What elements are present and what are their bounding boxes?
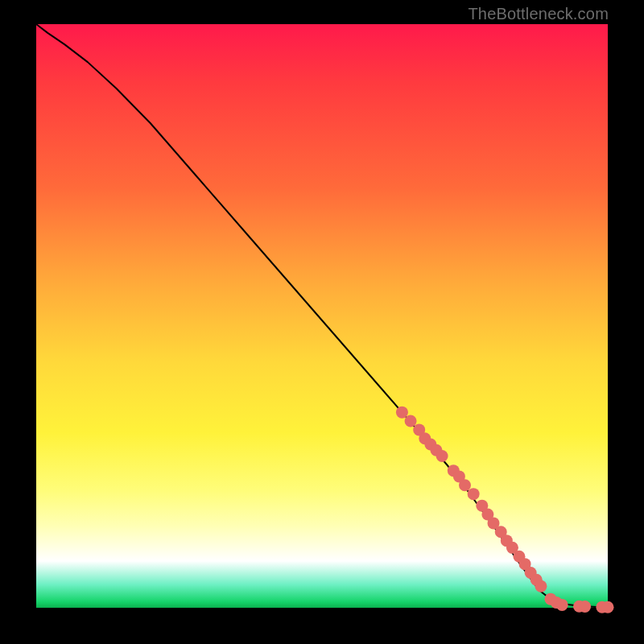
data-point bbox=[396, 407, 408, 419]
data-point bbox=[535, 580, 547, 592]
data-point bbox=[556, 599, 568, 611]
chart-frame: TheBottleneck.com bbox=[0, 0, 644, 644]
data-point bbox=[405, 415, 417, 427]
curve-series bbox=[36, 24, 608, 607]
watermark-text: TheBottleneck.com bbox=[468, 5, 609, 23]
data-point bbox=[436, 450, 448, 462]
data-point bbox=[602, 601, 614, 613]
data-point bbox=[459, 479, 471, 491]
data-point bbox=[579, 601, 591, 613]
marker-series bbox=[396, 407, 614, 613]
chart-overlay bbox=[36, 24, 608, 608]
data-point bbox=[468, 488, 480, 500]
curve-path bbox=[36, 24, 608, 607]
